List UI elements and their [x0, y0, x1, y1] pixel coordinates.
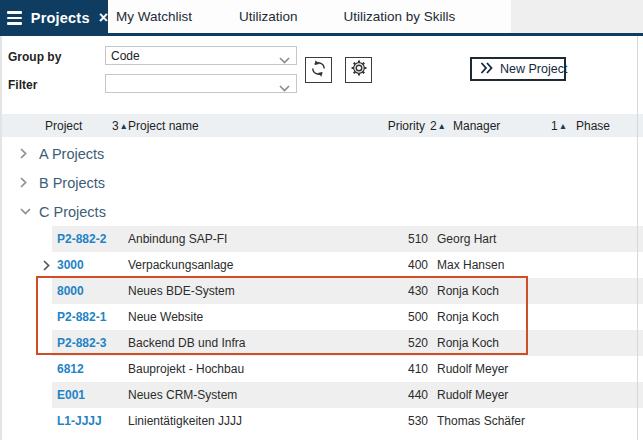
group-row[interactable]: A Projects: [0, 139, 643, 168]
manager-cell: Thomas Schäfer: [437, 414, 576, 428]
refresh-icon: [309, 59, 328, 82]
tab-utilization[interactable]: Utilization: [239, 9, 298, 24]
double-chevron-right-icon: [480, 62, 493, 77]
group-label: C Projects: [39, 204, 106, 220]
filter-label: Filter: [8, 78, 37, 92]
priority-cell: 430: [390, 284, 428, 298]
column-header-manager[interactable]: Manager: [453, 119, 551, 133]
row-content: P2-882-1Neue Website500Ronja Koch: [52, 304, 643, 330]
table-row[interactable]: E001Neues CRM-System440Rudolf Meyer: [0, 382, 643, 408]
panel-right-border: [637, 36, 638, 440]
priority-cell: 510: [390, 232, 428, 246]
project-name-cell: Linientätigkeiten JJJJ: [128, 414, 390, 428]
column-header-phase[interactable]: Phase: [576, 119, 610, 133]
group-by-label: Group by: [8, 50, 61, 64]
group-label: B Projects: [39, 175, 105, 191]
row-content: 3000Verpackungsanlage400Max Hansen: [52, 252, 643, 278]
row-content: L1-JJJJLinientätigkeiten JJJJ530Thomas S…: [52, 408, 643, 434]
chevron-right-icon[interactable]: [20, 148, 31, 159]
group-row[interactable]: B Projects: [0, 168, 643, 197]
project-name-cell: Verpackungsanlage: [128, 258, 390, 272]
project-code-link[interactable]: E001: [52, 388, 128, 402]
manager-cell: Rudolf Meyer: [437, 388, 576, 402]
project-code-link[interactable]: 8000: [52, 284, 128, 298]
project-name-cell: Anbindung SAP-FI: [128, 232, 390, 246]
project-code-link[interactable]: 3000: [52, 258, 128, 272]
menu-icon[interactable]: [7, 11, 22, 24]
row-indent: [0, 382, 52, 408]
project-code-link[interactable]: 6812: [52, 362, 128, 376]
table-row[interactable]: L1-JJJJLinientätigkeiten JJJJ530Thomas S…: [0, 408, 643, 434]
row-indent: [0, 330, 52, 356]
priority-cell: 400: [390, 258, 428, 272]
sort-indicator-manager[interactable]: 1▲: [551, 119, 567, 133]
table-row[interactable]: 8000Neues BDE-System430Ronja Koch: [0, 278, 643, 304]
tab-my-watchlist[interactable]: My Watchlist: [116, 9, 192, 24]
panel-left-border: [0, 36, 2, 440]
row-content: 6812Bauprojekt - Hochbau410Rudolf Meyer: [52, 356, 643, 382]
table-body: A ProjectsB ProjectsC ProjectsP2-882-2An…: [0, 137, 643, 434]
table-row[interactable]: P2-882-1Neue Website500Ronja Koch: [0, 304, 643, 330]
new-project-button[interactable]: New Project: [470, 57, 566, 81]
toolbar: Group by Code Filter: [0, 36, 643, 114]
group-row[interactable]: C Projects: [0, 197, 643, 226]
filter-select[interactable]: [105, 74, 297, 93]
project-name-cell: Bauprojekt - Hochbau: [128, 362, 390, 376]
group-by-value: Code: [111, 49, 140, 63]
priority-cell: 530: [390, 414, 428, 428]
sort-asc-icon: ▲: [559, 121, 567, 131]
table-row[interactable]: P2-882-2Anbindung SAP-FI510Georg Hart: [0, 226, 643, 252]
gear-icon: [350, 59, 368, 81]
manager-cell: Georg Hart: [437, 232, 576, 246]
project-name-cell: Neue Website: [128, 310, 390, 324]
column-header-project-name[interactable]: Project name: [128, 119, 387, 133]
group-by-select[interactable]: Code: [105, 46, 297, 65]
sort-indicator-project[interactable]: 3▲: [110, 119, 128, 133]
project-code-link[interactable]: L1-JJJJ: [52, 414, 128, 428]
group-label: A Projects: [39, 146, 104, 162]
new-project-label: New Project: [500, 62, 567, 76]
column-header-priority[interactable]: Priority: [387, 119, 425, 133]
row-indent: [0, 278, 52, 304]
row-indent: [0, 304, 52, 330]
chevron-down-icon[interactable]: [20, 208, 31, 215]
priority-cell: 500: [390, 310, 428, 324]
column-header-project[interactable]: Project: [45, 119, 110, 133]
close-icon[interactable]: ×: [99, 10, 108, 26]
row-indent: [0, 356, 52, 382]
chevron-right-icon[interactable]: [20, 177, 31, 188]
tab-projects-active[interactable]: Projects ×: [0, 0, 108, 36]
chevron-down-icon: [279, 81, 290, 95]
row-content: P2-882-3Backend DB und Infra520Ronja Koc…: [52, 330, 643, 356]
row-content: 8000Neues BDE-System430Ronja Koch: [52, 278, 643, 304]
project-name-cell: Neues CRM-System: [128, 388, 390, 402]
priority-cell: 520: [390, 336, 428, 350]
manager-cell: Ronja Koch: [437, 310, 576, 324]
project-name-cell: Neues BDE-System: [128, 284, 390, 298]
sort-indicator-priority[interactable]: 2▲: [428, 119, 446, 133]
manager-cell: Rudolf Meyer: [437, 362, 576, 376]
manager-cell: Ronja Koch: [437, 284, 576, 298]
priority-cell: 410: [390, 362, 428, 376]
refresh-button[interactable]: [305, 57, 332, 83]
chevron-right-icon[interactable]: [43, 260, 50, 274]
settings-button[interactable]: [345, 57, 372, 83]
sort-asc-icon: ▲: [438, 121, 446, 131]
project-code-link[interactable]: P2-882-2: [52, 232, 128, 246]
sort-asc-icon: ▲: [120, 121, 128, 131]
sort-order-number: 3: [112, 119, 119, 133]
row-content: P2-882-2Anbindung SAP-FI510Georg Hart: [52, 226, 643, 252]
manager-cell: Max Hansen: [437, 258, 576, 272]
table-row[interactable]: 6812Bauprojekt - Hochbau410Rudolf Meyer: [0, 356, 643, 382]
sort-order-number: 2: [430, 119, 437, 133]
tab-list: My Watchlist Utilization Utilization by …: [108, 0, 455, 33]
table-row[interactable]: 3000Verpackungsanlage400Max Hansen: [0, 252, 643, 278]
tab-utilization-by-skills[interactable]: Utilization by Skills: [344, 9, 456, 24]
tab-bar: Projects × My Watchlist Utilization Util…: [0, 0, 643, 36]
table-row[interactable]: P2-882-3Backend DB und Infra520Ronja Koc…: [0, 330, 643, 356]
project-name-cell: Backend DB und Infra: [128, 336, 390, 350]
row-indent: [0, 408, 52, 434]
project-code-link[interactable]: P2-882-1: [52, 310, 128, 324]
project-code-link[interactable]: P2-882-3: [52, 336, 128, 350]
chevron-down-icon: [279, 53, 290, 67]
